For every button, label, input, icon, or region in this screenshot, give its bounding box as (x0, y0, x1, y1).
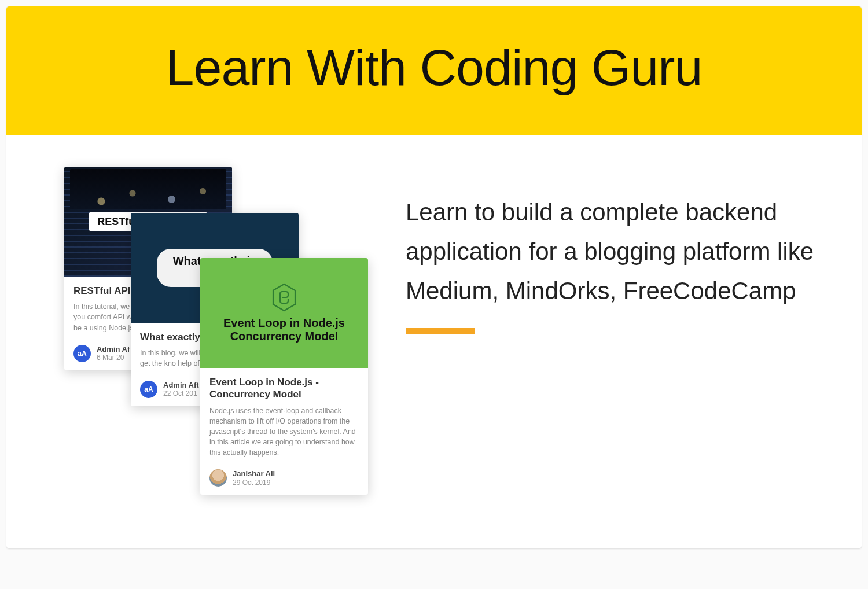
avatar: aA (140, 381, 157, 398)
card-author: Janishar Ali (233, 469, 275, 478)
cover-reflection (70, 169, 226, 209)
card-meta: Janishar Ali 29 Oct 2019 (200, 463, 368, 495)
card-cover: Event Loop in Node.js Concurrency Model (200, 258, 368, 368)
avatar (209, 469, 227, 487)
nodejs-icon (271, 283, 297, 312)
banner: Learn With Coding Guru (6, 6, 862, 135)
card-date: 22 Oct 201 (163, 389, 199, 397)
avatar: aA (73, 345, 91, 362)
hero-text: Learn to build a complete backend applic… (406, 193, 821, 311)
accent-bar (406, 328, 475, 334)
card-date: 29 Oct 2019 (233, 478, 275, 487)
card-author: Admin Aft (163, 381, 199, 390)
card-snippet: Node.js uses the event-loop and callback… (209, 406, 359, 458)
card-title: Event Loop in Node.js - Concurrency Mode… (209, 376, 359, 401)
hero-text-block: Learn to build a complete backend applic… (406, 167, 821, 334)
card-date: 6 Mar 20 (97, 354, 130, 362)
cards-stack: RESTful API in Node RESTful API Express … (58, 167, 382, 508)
banner-title: Learn With Coding Guru (18, 38, 850, 97)
page-card: Learn With Coding Guru RESTful API in No… (6, 6, 862, 549)
content-row: RESTful API in Node RESTful API Express … (6, 135, 862, 548)
card-body: Event Loop in Node.js - Concurrency Mode… (200, 368, 368, 463)
card-cover-label: Event Loop in Node.js Concurrency Model (207, 316, 361, 343)
article-card[interactable]: Event Loop in Node.js Concurrency Model … (200, 258, 368, 495)
card-author: Admin Af (97, 345, 130, 354)
